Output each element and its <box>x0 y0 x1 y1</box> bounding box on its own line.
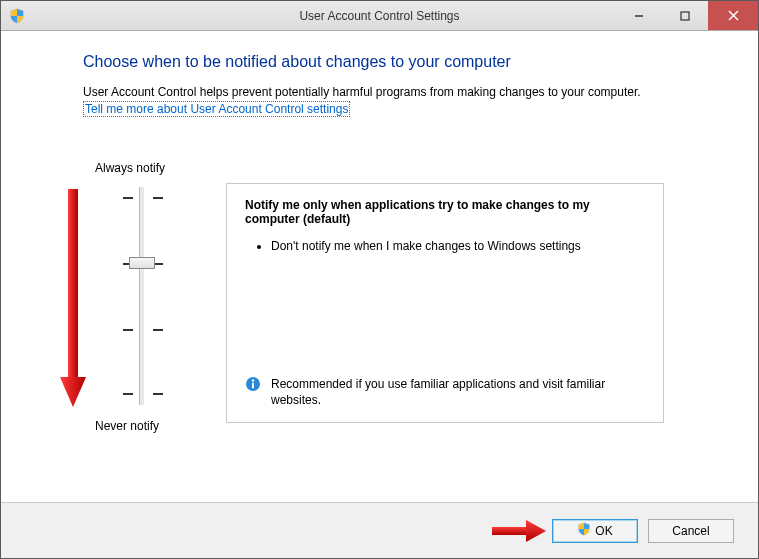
slider-thumb[interactable] <box>129 257 155 269</box>
uac-shield-icon <box>577 522 591 539</box>
maximize-button[interactable] <box>662 1 708 30</box>
ok-button[interactable]: OK <box>552 519 638 543</box>
recommendation: Recommended if you use familiar applicat… <box>245 376 645 408</box>
level-bullet: Don't notify me when I make changes to W… <box>271 238 645 254</box>
svg-rect-9 <box>492 527 528 535</box>
page-heading: Choose when to be notified about changes… <box>83 53 710 71</box>
slider-label-top: Always notify <box>95 161 165 175</box>
dialog-button-row: OK Cancel <box>1 502 758 558</box>
svg-rect-1 <box>681 12 689 20</box>
level-bullet-list: Don't notify me when I make changes to W… <box>245 238 645 254</box>
window-controls <box>616 1 758 30</box>
slider-track[interactable] <box>139 187 145 405</box>
annotation-arrow-right <box>492 518 546 544</box>
info-icon <box>245 376 261 392</box>
svg-rect-7 <box>68 189 78 379</box>
annotation-arrow-down <box>58 189 88 409</box>
ok-button-label: OK <box>595 524 612 538</box>
level-description-panel: Notify me only when applications try to … <box>226 183 664 423</box>
titlebar: User Account Control Settings <box>1 1 758 31</box>
slider-tick <box>123 393 133 395</box>
slider-tick <box>153 393 163 395</box>
minimize-button[interactable] <box>616 1 662 30</box>
svg-point-5 <box>252 379 254 381</box>
recommendation-text: Recommended if you use familiar applicat… <box>271 376 645 408</box>
content-area: Choose when to be notified about changes… <box>1 31 758 502</box>
svg-rect-6 <box>252 382 254 388</box>
uac-shield-icon <box>9 8 25 24</box>
level-title: Notify me only when applications try to … <box>245 198 645 226</box>
svg-marker-10 <box>526 520 546 542</box>
cancel-button-label: Cancel <box>672 524 709 538</box>
slider-tick <box>123 197 133 199</box>
help-link[interactable]: Tell me more about User Account Control … <box>83 101 350 117</box>
page-description: User Account Control helps prevent poten… <box>83 85 710 99</box>
slider-tick <box>153 329 163 331</box>
svg-marker-8 <box>60 377 86 407</box>
close-button[interactable] <box>708 1 758 30</box>
slider-tick <box>123 329 133 331</box>
cancel-button[interactable]: Cancel <box>648 519 734 543</box>
slider-label-bottom: Never notify <box>95 419 159 433</box>
slider-tick <box>153 197 163 199</box>
